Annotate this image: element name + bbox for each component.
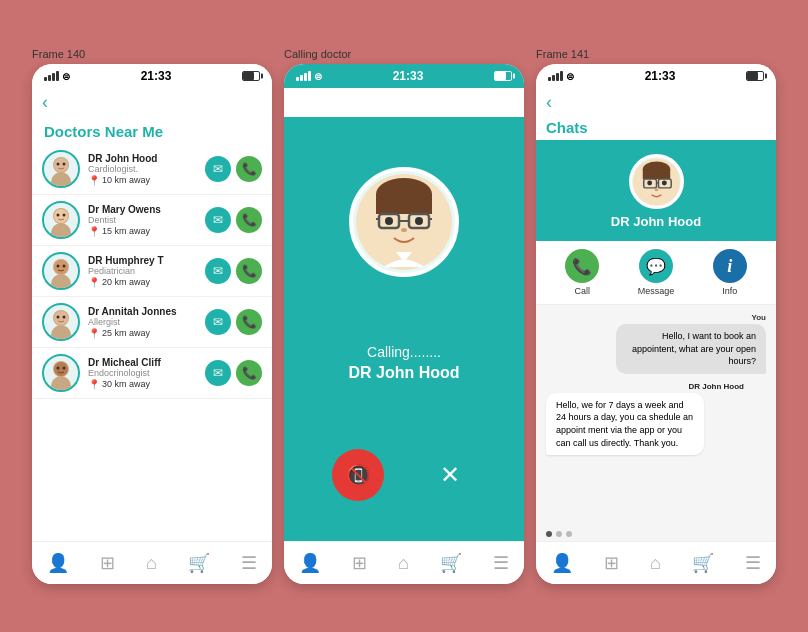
svg-point-35: [401, 228, 407, 232]
chat-dots: [536, 527, 776, 541]
chat-profile-name: DR John Hood: [611, 214, 701, 229]
doctor-distance: 📍 25 km away: [88, 328, 197, 339]
signal-bars-icon: [548, 71, 563, 81]
nav-person-icon[interactable]: 👤: [39, 550, 77, 576]
svg-point-33: [385, 217, 393, 225]
avatar: [42, 252, 80, 290]
doctor-distance: 📍 30 km away: [88, 379, 197, 390]
nav-cart-icon[interactable]: 🛒: [684, 550, 722, 576]
doctor-specialty: Dentist: [88, 215, 197, 225]
info-action-icon: i: [713, 249, 747, 283]
message-button[interactable]: ✉: [205, 258, 231, 284]
chat-action-bar: 📞 Call 💬 Message i Info: [536, 241, 776, 305]
nav-home-icon[interactable]: ⌂: [390, 551, 417, 576]
wifi-icon: ⊜: [314, 71, 322, 82]
list-item: Dr Mary Owens Dentist 📍 15 km away ✉ 📞: [32, 195, 272, 246]
nav-person-icon[interactable]: 👤: [543, 550, 581, 576]
doctor-info: Dr Annitah Jonnes Allergist 📍 25 km away: [88, 306, 197, 339]
svg-point-22: [54, 362, 68, 376]
doctor-info: Dr Mary Owens Dentist 📍 15 km away: [88, 204, 197, 237]
avatar: [42, 303, 80, 341]
frame1-time: 21:33: [141, 69, 172, 83]
call-button[interactable]: 📞: [236, 360, 262, 386]
frame1-wrapper: Frame 140 ⊜ 21:33 ‹ Doctors Near Me: [32, 48, 272, 584]
signal-bars-icon: [296, 71, 311, 81]
info-action-item[interactable]: i Info: [713, 249, 747, 296]
nav-person-icon[interactable]: 👤: [291, 550, 329, 576]
message-button[interactable]: ✉: [205, 360, 231, 386]
nav-menu-icon[interactable]: ☰: [233, 550, 265, 576]
svg-point-7: [54, 209, 68, 223]
dismiss-button[interactable]: ✕: [424, 449, 476, 501]
frame2-back-button[interactable]: ‹: [284, 88, 524, 117]
frame2-label: Calling doctor: [284, 48, 351, 60]
call-action-label: Call: [574, 286, 590, 296]
end-call-button[interactable]: 📵: [332, 449, 384, 501]
nav-home-icon[interactable]: ⌂: [138, 551, 165, 576]
doctor-actions: ✉ 📞: [205, 258, 262, 284]
dot-2: [556, 531, 562, 537]
chat-profile-avatar: [629, 154, 684, 209]
list-item: DR Humphrey T Pediatrician 📍 20 km away …: [32, 246, 272, 297]
bottom-nav: 👤 ⊞ ⌂ 🛒 ☰: [536, 541, 776, 584]
call-action-item[interactable]: 📞 Call: [565, 249, 599, 296]
wifi-icon: ⊜: [566, 71, 574, 82]
svg-point-23: [57, 367, 60, 370]
frame1-back-button[interactable]: ‹: [32, 88, 272, 117]
list-item: Dr Micheal Cliff Endocrinologist 📍 30 km…: [32, 348, 272, 399]
frame2-status-left: ⊜: [296, 71, 322, 82]
pin-icon: 📍: [88, 328, 100, 339]
doctor-specialty: Endocrinologist: [88, 368, 197, 378]
nav-menu-icon[interactable]: ☰: [485, 550, 517, 576]
doctor-specialty: Pediatrician: [88, 266, 197, 276]
svg-point-44: [654, 188, 658, 191]
svg-point-19: [63, 316, 66, 319]
nav-grid-icon[interactable]: ⊞: [92, 550, 123, 576]
svg-point-14: [63, 265, 66, 268]
frame1-status-left: ⊜: [44, 71, 70, 82]
svg-point-9: [63, 214, 66, 217]
doctor-info: DR Humphrey T Pediatrician 📍 20 km away: [88, 255, 197, 288]
nav-menu-icon[interactable]: ☰: [737, 550, 769, 576]
doctor-actions: ✉ 📞: [205, 309, 262, 335]
calling-screen: Calling........ DR John Hood 📵 ✕: [284, 117, 524, 541]
call-button[interactable]: 📞: [236, 207, 262, 233]
call-button[interactable]: 📞: [236, 156, 262, 182]
pin-icon: 📍: [88, 226, 100, 237]
frames-container: Frame 140 ⊜ 21:33 ‹ Doctors Near Me: [12, 28, 796, 604]
nav-cart-icon[interactable]: 🛒: [180, 550, 218, 576]
avatar: [42, 201, 80, 239]
svg-point-4: [63, 163, 66, 166]
message-button[interactable]: ✉: [205, 207, 231, 233]
message-action-item[interactable]: 💬 Message: [638, 249, 675, 296]
frame3-wrapper: Frame 141 ⊜ 21:33 ‹ Chats: [536, 48, 776, 584]
doctor-distance: 📍 10 km away: [88, 175, 197, 186]
call-button[interactable]: 📞: [236, 258, 262, 284]
info-action-label: Info: [722, 286, 737, 296]
message-row-user: You Hello, I want to book an appointent,…: [546, 313, 766, 382]
doctor-info: DR John Hood Cardiologist. 📍 10 km away: [88, 153, 197, 186]
svg-point-2: [54, 158, 68, 172]
doctor-actions: ✉ 📞: [205, 360, 262, 386]
call-button[interactable]: 📞: [236, 309, 262, 335]
svg-point-43: [661, 180, 666, 185]
doctor-name: Dr Annitah Jonnes: [88, 306, 197, 317]
doctor-distance: 📍 20 km away: [88, 277, 197, 288]
nav-cart-icon[interactable]: 🛒: [432, 550, 470, 576]
message-button[interactable]: ✉: [205, 156, 231, 182]
nav-grid-icon[interactable]: ⊞: [344, 550, 375, 576]
nav-home-icon[interactable]: ⌂: [642, 551, 669, 576]
message-button[interactable]: ✉: [205, 309, 231, 335]
svg-point-12: [54, 260, 68, 274]
bottom-nav: 👤 ⊞ ⌂ 🛒 ☰: [32, 541, 272, 584]
pin-icon: 📍: [88, 379, 100, 390]
doctor-distance: 📍 15 km away: [88, 226, 197, 237]
frame2-status-bar: ⊜ 21:33: [284, 64, 524, 88]
nav-grid-icon[interactable]: ⊞: [596, 550, 627, 576]
frame2-wrapper: Calling doctor ⊜ 21:33 ‹: [284, 48, 524, 584]
chat-bubble-doctor: Hello, we for 7 days a week and 24 hours…: [546, 393, 704, 455]
frame1-label: Frame 140: [32, 48, 85, 60]
frame3-time: 21:33: [645, 69, 676, 83]
frame3-back-button[interactable]: ‹: [536, 88, 776, 117]
signal-bars-icon: [44, 71, 59, 81]
